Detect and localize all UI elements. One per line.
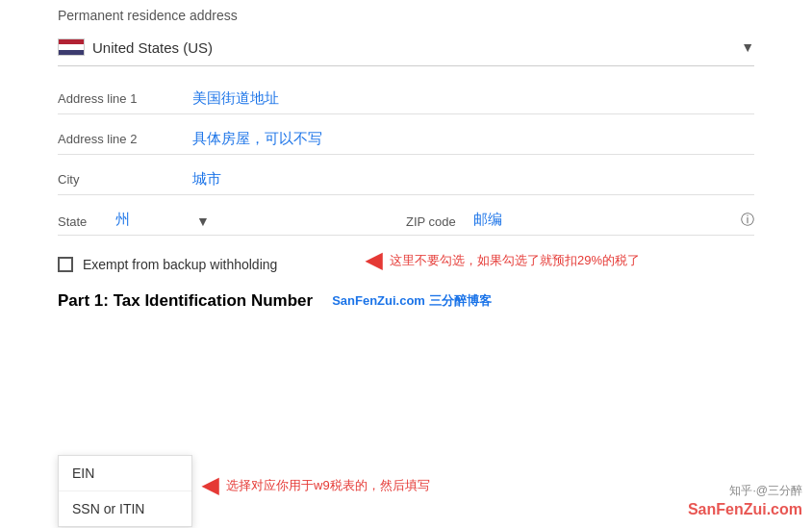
country-select-text[interactable]: United States (US) [92,39,741,56]
exempt-checkbox-label: Exempt from backup withholding [83,257,277,272]
dropdown-annotation: ◀ 选择对应你用于w9税表的，然后填写 [202,473,430,498]
country-row: United States (US) ▼ [58,38,754,66]
dropdown-red-arrow-icon: ◀ [202,473,218,498]
zip-section: ZIP code 邮编 ⓘ [406,211,754,229]
dropdown-item-ssn[interactable]: SSN or ITIN [59,491,191,526]
state-section: State 州 ▼ [58,211,406,229]
address-line-1-label: Address line 1 [58,91,192,108]
dropdown-annotation-text: 选择对应你用于w9税表的，然后填写 [226,477,430,494]
city-label: City [58,172,192,189]
state-zip-row: State 州 ▼ ZIP code 邮编 ⓘ [58,197,754,236]
state-value[interactable]: 州 [115,211,192,229]
main-container: Permanent residence address United State… [0,0,812,528]
watermark: SanFenZui.com [688,501,802,518]
address-line-2-value[interactable]: 具体房屋，可以不写 [192,130,754,148]
section-title: Permanent residence address [58,8,754,23]
state-dropdown-arrow[interactable]: ▼ [196,214,210,229]
address-line-1-value[interactable]: 美国街道地址 [192,89,754,108]
part1-title-row: Part 1: Tax Identification Number SanFen… [58,280,754,316]
zip-info-icon[interactable]: ⓘ [741,212,754,229]
form-section: United States (US) ▼ Address line 1 美国街道… [0,29,812,316]
us-flag-icon [58,38,85,56]
state-label: State [58,214,115,229]
city-value[interactable]: 城市 [192,170,754,189]
address-line-2-row: Address line 2 具体房屋，可以不写 [58,116,754,155]
top-section: Permanent residence address [0,0,812,23]
tax-id-dropdown[interactable]: EIN SSN or ITIN [58,455,192,527]
zip-value[interactable]: 邮编 [473,211,737,229]
checkbox-annotation: ◀ 这里不要勾选，如果勾选了就预扣29%的税了 [366,248,640,273]
part1-title: Part 1: Tax Identification Number [58,291,313,311]
checkbox-row: Exempt from backup withholding ◀ 这里不要勾选，… [58,241,754,280]
address-line-2-label: Address line 2 [58,132,192,148]
dropdown-item-ein[interactable]: EIN [59,456,191,491]
checkbox-annotation-text: 这里不要勾选，如果勾选了就预扣29%的税了 [390,252,640,269]
zip-label: ZIP code [406,214,473,229]
red-arrow-icon: ◀ [366,248,382,273]
address-line-1-row: Address line 1 美国街道地址 [58,76,754,114]
country-dropdown-arrow[interactable]: ▼ [741,39,754,55]
part1-subtitle: SanFenZui.com 三分醉博客 [332,292,491,310]
exempt-checkbox[interactable] [58,257,73,272]
watermark2: 知乎·@三分醉 [729,483,802,499]
city-row: City 城市 [58,157,754,195]
